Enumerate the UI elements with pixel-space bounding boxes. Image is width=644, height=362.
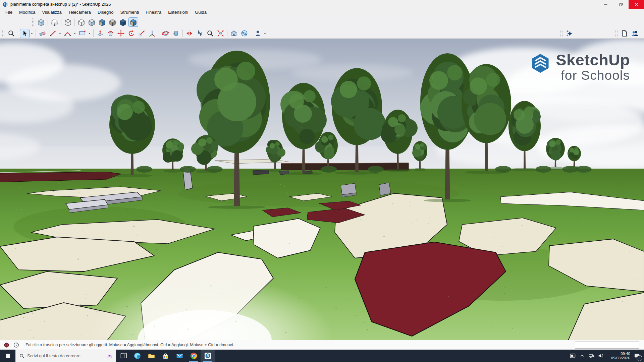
- rectangle-tool-dropdown[interactable]: [88, 29, 92, 38]
- chrome-app-icon: [190, 352, 198, 360]
- style-shaded-textures-icon: [98, 18, 106, 26]
- scale-tool[interactable]: [137, 29, 147, 38]
- line-tool-dropdown[interactable]: [58, 29, 62, 38]
- hidden-icons-chevron[interactable]: [577, 350, 587, 362]
- menu-item-finestra[interactable]: Finestra: [142, 9, 165, 15]
- arc-tool-dropdown[interactable]: [73, 29, 77, 38]
- toolbar-drag-handle[interactable]: [560, 29, 563, 38]
- mail-app[interactable]: [172, 350, 186, 362]
- move-tool[interactable]: [116, 29, 126, 38]
- orbit-tool[interactable]: [161, 29, 170, 38]
- menu-item-telecamera[interactable]: Telecamera: [65, 9, 94, 15]
- flip-tool[interactable]: [184, 29, 194, 38]
- menu-item-estensioni[interactable]: Estensioni: [165, 9, 192, 15]
- zoom-extents-tool[interactable]: [216, 29, 225, 38]
- toolbar-separator: [36, 29, 36, 37]
- follow-me-tool-icon: [107, 29, 114, 37]
- add-person-tool[interactable]: [253, 29, 263, 38]
- clock-time: 09:40: [607, 352, 630, 356]
- restore-icon: [618, 2, 624, 7]
- sketchup-app-icon: [204, 352, 212, 360]
- style-dark-textured[interactable]: [118, 17, 128, 27]
- arc-tool[interactable]: [63, 29, 72, 38]
- menu-item-guida[interactable]: Guida: [192, 9, 210, 15]
- style-shaded[interactable]: [87, 17, 97, 27]
- toolbar-drag-handle[interactable]: [2, 29, 5, 38]
- search-placeholder: Scrivi qui il testo da cercare.: [27, 353, 107, 358]
- sketchup-window: planimetria completa sketchup 3 (2)* - S…: [0, 0, 644, 362]
- rotate-tool[interactable]: [126, 29, 136, 38]
- volume-tray-icon[interactable]: [596, 350, 605, 362]
- action-center-button[interactable]: 3: [632, 350, 642, 362]
- style-wireframe[interactable]: [63, 17, 73, 27]
- style-xray[interactable]: [36, 17, 46, 27]
- menu-item-modifica[interactable]: Modifica: [16, 9, 39, 15]
- taskbar-search-box[interactable]: Scrivi qui il testo da cercare. ♪♪: [15, 350, 116, 362]
- zoom-tool[interactable]: [205, 29, 215, 38]
- select-tool[interactable]: [20, 29, 30, 38]
- maximize-button[interactable]: [613, 0, 629, 9]
- zoom-window-tool[interactable]: [6, 29, 16, 38]
- axes-tool[interactable]: [147, 29, 157, 38]
- measurements-input[interactable]: [575, 342, 639, 349]
- network-tray-icon[interactable]: [587, 350, 596, 362]
- news-tray-icon[interactable]: [568, 350, 577, 362]
- file-explorer-app[interactable]: [144, 350, 158, 362]
- walk-tool[interactable]: [195, 29, 205, 38]
- chevron-down-icon: [89, 33, 91, 34]
- new-model-button[interactable]: [620, 29, 629, 38]
- info-icon[interactable]: [13, 342, 19, 348]
- style-monochrome[interactable]: [108, 17, 117, 27]
- rotate-tool-icon: [127, 29, 135, 37]
- task-view-button[interactable]: [116, 350, 130, 362]
- start-button[interactable]: [0, 350, 15, 362]
- style-textured-selected[interactable]: [128, 17, 138, 27]
- toolbar-separator: [18, 29, 18, 37]
- push-pull-tool[interactable]: [95, 29, 105, 38]
- add-person-tool-dropdown[interactable]: [263, 29, 267, 38]
- toolbar-separator: [61, 18, 61, 26]
- ai-sparkle-button-icon: [566, 29, 573, 37]
- style-shaded-textures[interactable]: [97, 17, 107, 27]
- layers-tool[interactable]: [239, 29, 249, 38]
- style-hidden-line[interactable]: [76, 17, 86, 27]
- sketchup-app[interactable]: [201, 350, 215, 362]
- arc-tool-icon: [64, 29, 71, 37]
- scale-tool-icon: [138, 29, 146, 37]
- close-button[interactable]: [629, 0, 644, 9]
- toolbar-drag-handle[interactable]: [32, 18, 35, 26]
- hidden-icons-chevron-glyph: [579, 353, 585, 359]
- geolocation-status-icon[interactable]: [3, 342, 10, 348]
- menu-item-visualizza[interactable]: Visualizza: [39, 9, 65, 15]
- paint-bucket-tool[interactable]: [171, 29, 181, 38]
- line-tool[interactable]: [48, 29, 58, 38]
- chevron-down-icon: [31, 33, 33, 34]
- collaboration-button[interactable]: [630, 29, 640, 38]
- style-back-edges[interactable]: [50, 17, 59, 27]
- rectangle-tool[interactable]: [77, 29, 87, 38]
- edge-app-icon: [133, 352, 142, 360]
- ai-sparkle-button[interactable]: [565, 29, 574, 38]
- style-dark-textured-icon: [119, 18, 127, 26]
- chrome-app[interactable]: [186, 350, 201, 362]
- section-plane-tool[interactable]: [229, 29, 239, 38]
- toolbar-area: [0, 16, 644, 39]
- menu-item-disegno[interactable]: Disegno: [94, 9, 117, 15]
- menu-item-file[interactable]: File: [2, 9, 16, 15]
- edge-app[interactable]: [130, 350, 144, 362]
- eraser-tool[interactable]: [38, 29, 47, 38]
- microsoft-store-app[interactable]: [158, 350, 172, 362]
- minimize-button[interactable]: [598, 0, 613, 9]
- search-highlight-mic-icon: ♪♪: [107, 353, 112, 359]
- chevron-down-icon: [264, 33, 266, 34]
- status-message: Fai clic o trascina per selezionare gli …: [25, 343, 575, 347]
- toolbar-drag-handle[interactable]: [615, 29, 618, 38]
- viewport-3d-canvas[interactable]: SketchUp for Schools: [0, 39, 644, 340]
- title-bar: planimetria completa sketchup 3 (2)* - S…: [0, 0, 644, 9]
- taskbar-clock[interactable]: 09:40 05/03/2026: [605, 352, 632, 360]
- follow-me-tool[interactable]: [106, 29, 115, 38]
- status-bar: Fai clic o trascina per selezionare gli …: [0, 340, 644, 350]
- select-tool-icon: [21, 29, 29, 37]
- menu-item-strumenti[interactable]: Strumenti: [117, 9, 143, 15]
- select-tool-dropdown[interactable]: [30, 29, 34, 38]
